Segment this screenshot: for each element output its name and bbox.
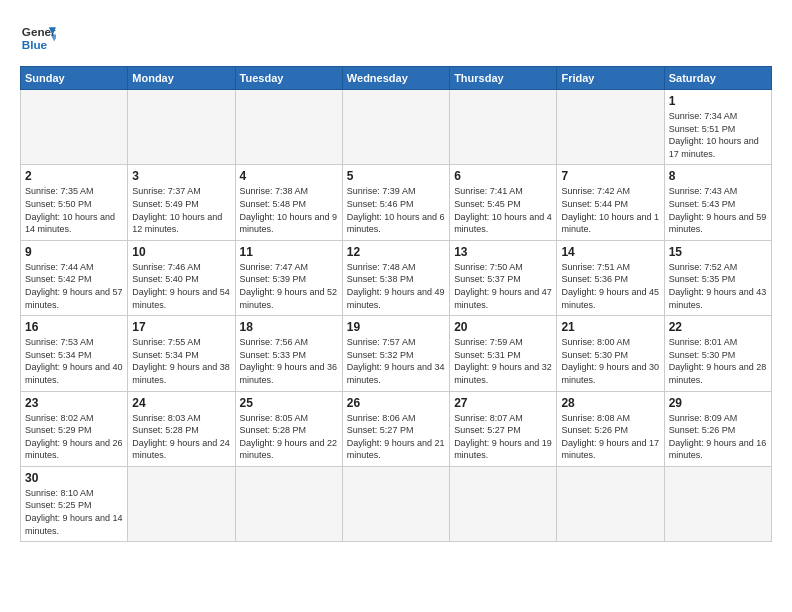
day-number: 3 bbox=[132, 169, 230, 183]
day-number: 24 bbox=[132, 396, 230, 410]
day-number: 26 bbox=[347, 396, 445, 410]
calendar-cell: 11Sunrise: 7:47 AM Sunset: 5:39 PM Dayli… bbox=[235, 240, 342, 315]
calendar-cell: 15Sunrise: 7:52 AM Sunset: 5:35 PM Dayli… bbox=[664, 240, 771, 315]
calendar-cell bbox=[235, 466, 342, 541]
header: General Blue bbox=[20, 20, 772, 56]
calendar-cell bbox=[557, 90, 664, 165]
day-info: Sunrise: 8:01 AM Sunset: 5:30 PM Dayligh… bbox=[669, 336, 767, 386]
page: General Blue SundayMondayTuesdayWednesda… bbox=[0, 0, 792, 562]
calendar-table: SundayMondayTuesdayWednesdayThursdayFrid… bbox=[20, 66, 772, 542]
week-row-5: 23Sunrise: 8:02 AM Sunset: 5:29 PM Dayli… bbox=[21, 391, 772, 466]
calendar-cell: 26Sunrise: 8:06 AM Sunset: 5:27 PM Dayli… bbox=[342, 391, 449, 466]
calendar-cell bbox=[450, 466, 557, 541]
weekday-header-friday: Friday bbox=[557, 67, 664, 90]
calendar-cell: 17Sunrise: 7:55 AM Sunset: 5:34 PM Dayli… bbox=[128, 316, 235, 391]
calendar-cell: 21Sunrise: 8:00 AM Sunset: 5:30 PM Dayli… bbox=[557, 316, 664, 391]
weekday-header-row: SundayMondayTuesdayWednesdayThursdayFrid… bbox=[21, 67, 772, 90]
calendar-cell bbox=[21, 90, 128, 165]
calendar-cell bbox=[450, 90, 557, 165]
calendar-cell bbox=[342, 90, 449, 165]
day-info: Sunrise: 7:39 AM Sunset: 5:46 PM Dayligh… bbox=[347, 185, 445, 235]
calendar-cell: 22Sunrise: 8:01 AM Sunset: 5:30 PM Dayli… bbox=[664, 316, 771, 391]
calendar-cell: 25Sunrise: 8:05 AM Sunset: 5:28 PM Dayli… bbox=[235, 391, 342, 466]
week-row-3: 9Sunrise: 7:44 AM Sunset: 5:42 PM Daylig… bbox=[21, 240, 772, 315]
logo: General Blue bbox=[20, 20, 60, 56]
day-number: 14 bbox=[561, 245, 659, 259]
calendar-cell bbox=[128, 466, 235, 541]
calendar-cell: 27Sunrise: 8:07 AM Sunset: 5:27 PM Dayli… bbox=[450, 391, 557, 466]
day-number: 21 bbox=[561, 320, 659, 334]
day-info: Sunrise: 7:53 AM Sunset: 5:34 PM Dayligh… bbox=[25, 336, 123, 386]
day-number: 6 bbox=[454, 169, 552, 183]
calendar-cell: 6Sunrise: 7:41 AM Sunset: 5:45 PM Daylig… bbox=[450, 165, 557, 240]
calendar-cell: 2Sunrise: 7:35 AM Sunset: 5:50 PM Daylig… bbox=[21, 165, 128, 240]
day-info: Sunrise: 7:34 AM Sunset: 5:51 PM Dayligh… bbox=[669, 110, 767, 160]
day-info: Sunrise: 7:41 AM Sunset: 5:45 PM Dayligh… bbox=[454, 185, 552, 235]
day-info: Sunrise: 7:38 AM Sunset: 5:48 PM Dayligh… bbox=[240, 185, 338, 235]
day-info: Sunrise: 7:37 AM Sunset: 5:49 PM Dayligh… bbox=[132, 185, 230, 235]
day-number: 29 bbox=[669, 396, 767, 410]
day-number: 30 bbox=[25, 471, 123, 485]
day-info: Sunrise: 7:43 AM Sunset: 5:43 PM Dayligh… bbox=[669, 185, 767, 235]
calendar-cell: 28Sunrise: 8:08 AM Sunset: 5:26 PM Dayli… bbox=[557, 391, 664, 466]
day-info: Sunrise: 8:09 AM Sunset: 5:26 PM Dayligh… bbox=[669, 412, 767, 462]
day-number: 13 bbox=[454, 245, 552, 259]
day-info: Sunrise: 7:47 AM Sunset: 5:39 PM Dayligh… bbox=[240, 261, 338, 311]
day-number: 19 bbox=[347, 320, 445, 334]
day-info: Sunrise: 7:56 AM Sunset: 5:33 PM Dayligh… bbox=[240, 336, 338, 386]
calendar-cell: 30Sunrise: 8:10 AM Sunset: 5:25 PM Dayli… bbox=[21, 466, 128, 541]
day-info: Sunrise: 7:50 AM Sunset: 5:37 PM Dayligh… bbox=[454, 261, 552, 311]
calendar-cell: 1Sunrise: 7:34 AM Sunset: 5:51 PM Daylig… bbox=[664, 90, 771, 165]
weekday-header-thursday: Thursday bbox=[450, 67, 557, 90]
day-number: 11 bbox=[240, 245, 338, 259]
calendar-cell bbox=[557, 466, 664, 541]
calendar-cell bbox=[664, 466, 771, 541]
day-number: 4 bbox=[240, 169, 338, 183]
day-number: 27 bbox=[454, 396, 552, 410]
day-info: Sunrise: 8:10 AM Sunset: 5:25 PM Dayligh… bbox=[25, 487, 123, 537]
calendar-cell bbox=[235, 90, 342, 165]
calendar-cell: 24Sunrise: 8:03 AM Sunset: 5:28 PM Dayli… bbox=[128, 391, 235, 466]
weekday-header-wednesday: Wednesday bbox=[342, 67, 449, 90]
day-info: Sunrise: 7:55 AM Sunset: 5:34 PM Dayligh… bbox=[132, 336, 230, 386]
day-number: 16 bbox=[25, 320, 123, 334]
calendar-cell: 13Sunrise: 7:50 AM Sunset: 5:37 PM Dayli… bbox=[450, 240, 557, 315]
day-number: 18 bbox=[240, 320, 338, 334]
day-number: 7 bbox=[561, 169, 659, 183]
calendar-cell bbox=[342, 466, 449, 541]
calendar-cell: 3Sunrise: 7:37 AM Sunset: 5:49 PM Daylig… bbox=[128, 165, 235, 240]
day-number: 10 bbox=[132, 245, 230, 259]
calendar-cell: 20Sunrise: 7:59 AM Sunset: 5:31 PM Dayli… bbox=[450, 316, 557, 391]
day-number: 28 bbox=[561, 396, 659, 410]
calendar-cell: 10Sunrise: 7:46 AM Sunset: 5:40 PM Dayli… bbox=[128, 240, 235, 315]
calendar-cell: 16Sunrise: 7:53 AM Sunset: 5:34 PM Dayli… bbox=[21, 316, 128, 391]
day-info: Sunrise: 8:07 AM Sunset: 5:27 PM Dayligh… bbox=[454, 412, 552, 462]
day-info: Sunrise: 7:46 AM Sunset: 5:40 PM Dayligh… bbox=[132, 261, 230, 311]
calendar-cell: 18Sunrise: 7:56 AM Sunset: 5:33 PM Dayli… bbox=[235, 316, 342, 391]
day-info: Sunrise: 8:05 AM Sunset: 5:28 PM Dayligh… bbox=[240, 412, 338, 462]
day-info: Sunrise: 7:44 AM Sunset: 5:42 PM Dayligh… bbox=[25, 261, 123, 311]
day-info: Sunrise: 7:42 AM Sunset: 5:44 PM Dayligh… bbox=[561, 185, 659, 235]
day-info: Sunrise: 8:03 AM Sunset: 5:28 PM Dayligh… bbox=[132, 412, 230, 462]
day-number: 17 bbox=[132, 320, 230, 334]
week-row-4: 16Sunrise: 7:53 AM Sunset: 5:34 PM Dayli… bbox=[21, 316, 772, 391]
day-number: 9 bbox=[25, 245, 123, 259]
weekday-header-monday: Monday bbox=[128, 67, 235, 90]
calendar-cell: 23Sunrise: 8:02 AM Sunset: 5:29 PM Dayli… bbox=[21, 391, 128, 466]
calendar-cell: 29Sunrise: 8:09 AM Sunset: 5:26 PM Dayli… bbox=[664, 391, 771, 466]
calendar-cell: 9Sunrise: 7:44 AM Sunset: 5:42 PM Daylig… bbox=[21, 240, 128, 315]
day-info: Sunrise: 7:35 AM Sunset: 5:50 PM Dayligh… bbox=[25, 185, 123, 235]
svg-text:General: General bbox=[22, 25, 56, 38]
day-number: 12 bbox=[347, 245, 445, 259]
weekday-header-tuesday: Tuesday bbox=[235, 67, 342, 90]
week-row-2: 2Sunrise: 7:35 AM Sunset: 5:50 PM Daylig… bbox=[21, 165, 772, 240]
calendar-cell bbox=[128, 90, 235, 165]
calendar-cell: 8Sunrise: 7:43 AM Sunset: 5:43 PM Daylig… bbox=[664, 165, 771, 240]
calendar-cell: 7Sunrise: 7:42 AM Sunset: 5:44 PM Daylig… bbox=[557, 165, 664, 240]
calendar-cell: 12Sunrise: 7:48 AM Sunset: 5:38 PM Dayli… bbox=[342, 240, 449, 315]
day-info: Sunrise: 8:08 AM Sunset: 5:26 PM Dayligh… bbox=[561, 412, 659, 462]
day-info: Sunrise: 7:52 AM Sunset: 5:35 PM Dayligh… bbox=[669, 261, 767, 311]
day-number: 15 bbox=[669, 245, 767, 259]
week-row-6: 30Sunrise: 8:10 AM Sunset: 5:25 PM Dayli… bbox=[21, 466, 772, 541]
day-info: Sunrise: 7:57 AM Sunset: 5:32 PM Dayligh… bbox=[347, 336, 445, 386]
